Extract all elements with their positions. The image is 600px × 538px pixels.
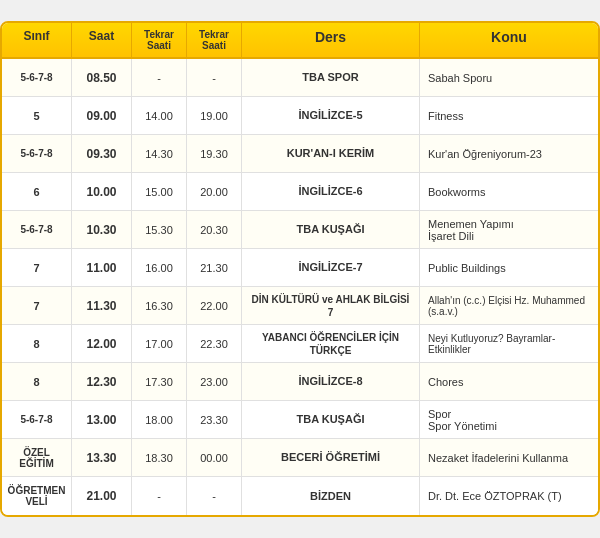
cell-tekrar1: -	[132, 59, 187, 96]
table-row: 509.0014.0019.00İNGİLİZCE-5Fitness	[2, 97, 598, 135]
cell-sinif: 5	[2, 97, 72, 134]
cell-ders: KUR'AN-I KERİM	[242, 135, 420, 172]
cell-tekrar2: -	[187, 477, 242, 515]
header-tekrar2: Tekrar Saati	[187, 23, 242, 57]
table-row: 711.3016.3022.00DİN KÜLTÜRÜ ve AHLAK BİL…	[2, 287, 598, 325]
cell-sinif: ÖZEL EĞİTİM	[2, 439, 72, 476]
cell-sinif: 6	[2, 173, 72, 210]
cell-tekrar1: 14.30	[132, 135, 187, 172]
cell-saat: 13.30	[72, 439, 132, 476]
cell-ders: DİN KÜLTÜRÜ ve AHLAK BİLGİSİ 7	[242, 287, 420, 324]
cell-tekrar2: 20.30	[187, 211, 242, 248]
cell-sinif: 7	[2, 249, 72, 286]
cell-ders: İNGİLİZCE-7	[242, 249, 420, 286]
cell-ders: TBA KUŞAĞI	[242, 401, 420, 438]
cell-tekrar1: 14.00	[132, 97, 187, 134]
cell-saat: 10.30	[72, 211, 132, 248]
cell-ders: TBA SPOR	[242, 59, 420, 96]
table-row: 812.0017.0022.30YABANCI ÖĞRENCİLER İÇİN …	[2, 325, 598, 363]
table-row: 5-6-7-810.3015.3020.30TBA KUŞAĞIMenemen …	[2, 211, 598, 249]
cell-saat: 10.00	[72, 173, 132, 210]
cell-ders: İNGİLİZCE-6	[242, 173, 420, 210]
cell-konu: Fitness	[420, 97, 598, 134]
cell-konu: Dr. Dt. Ece ÖZTOPRAK (T)	[420, 477, 598, 515]
cell-saat: 11.00	[72, 249, 132, 286]
cell-konu: Chores	[420, 363, 598, 400]
cell-sinif: 7	[2, 287, 72, 324]
header-ders: Ders	[242, 23, 420, 57]
cell-saat: 11.30	[72, 287, 132, 324]
table-row: ÖZEL EĞİTİM13.3018.3000.00BECERİ ÖĞRETİM…	[2, 439, 598, 477]
cell-tekrar1: 17.00	[132, 325, 187, 362]
table-row: 5-6-7-809.3014.3019.30KUR'AN-I KERİMKur'…	[2, 135, 598, 173]
cell-konu: SporSpor Yönetimi	[420, 401, 598, 438]
table-row: ÖĞRETMEN VELİ21.00--BİZDENDr. Dt. Ece ÖZ…	[2, 477, 598, 515]
cell-sinif: 8	[2, 363, 72, 400]
cell-tekrar1: 15.00	[132, 173, 187, 210]
cell-konu: Public Buildings	[420, 249, 598, 286]
cell-konu: Nezaket İfadelerini Kullanma	[420, 439, 598, 476]
table-row: 5-6-7-813.0018.0023.30TBA KUŞAĞISporSpor…	[2, 401, 598, 439]
cell-konu: Neyi Kutluyoruz? Bayramlar-Etkinlikler	[420, 325, 598, 362]
cell-tekrar1: 15.30	[132, 211, 187, 248]
cell-sinif: 5-6-7-8	[2, 135, 72, 172]
cell-saat: 21.00	[72, 477, 132, 515]
cell-ders: BİZDEN	[242, 477, 420, 515]
cell-saat: 08.50	[72, 59, 132, 96]
cell-tekrar2: 23.30	[187, 401, 242, 438]
cell-konu: Kur'an Öğreniyorum-23	[420, 135, 598, 172]
cell-tekrar2: -	[187, 59, 242, 96]
cell-tekrar2: 23.00	[187, 363, 242, 400]
cell-saat: 09.00	[72, 97, 132, 134]
cell-sinif: ÖĞRETMEN VELİ	[2, 477, 72, 515]
cell-ders: İNGİLİZCE-5	[242, 97, 420, 134]
table-row: 812.3017.3023.00İNGİLİZCE-8Chores	[2, 363, 598, 401]
cell-tekrar2: 22.30	[187, 325, 242, 362]
cell-tekrar2: 21.30	[187, 249, 242, 286]
cell-tekrar1: 16.00	[132, 249, 187, 286]
header-tekrar1: Tekrar Saati	[132, 23, 187, 57]
cell-ders: YABANCI ÖĞRENCİLER İÇİN TÜRKÇE	[242, 325, 420, 362]
cell-tekrar1: 18.00	[132, 401, 187, 438]
header-sinif: Sınıf	[2, 23, 72, 57]
cell-tekrar1: 18.30	[132, 439, 187, 476]
cell-tekrar2: 22.00	[187, 287, 242, 324]
cell-tekrar2: 19.00	[187, 97, 242, 134]
cell-saat: 09.30	[72, 135, 132, 172]
cell-ders: BECERİ ÖĞRETİMİ	[242, 439, 420, 476]
header-konu: Konu	[420, 23, 598, 57]
cell-sinif: 5-6-7-8	[2, 211, 72, 248]
cell-tekrar2: 20.00	[187, 173, 242, 210]
cell-konu: Allah'ın (c.c.) Elçisi Hz. Muhammed (s.a…	[420, 287, 598, 324]
cell-saat: 12.30	[72, 363, 132, 400]
table-row: 711.0016.0021.30İNGİLİZCE-7Public Buildi…	[2, 249, 598, 287]
cell-saat: 13.00	[72, 401, 132, 438]
cell-sinif: 8	[2, 325, 72, 362]
cell-tekrar2: 19.30	[187, 135, 242, 172]
cell-ders: İNGİLİZCE-8	[242, 363, 420, 400]
cell-konu: Menemen Yapımıİşaret Dili	[420, 211, 598, 248]
schedule-table: Sınıf Saat Tekrar Saati Tekrar Saati Der…	[0, 21, 600, 517]
table-header: Sınıf Saat Tekrar Saati Tekrar Saati Der…	[2, 23, 598, 59]
cell-tekrar2: 00.00	[187, 439, 242, 476]
cell-konu: Sabah Sporu	[420, 59, 598, 96]
table-body: 5-6-7-808.50--TBA SPORSabah Sporu509.001…	[2, 59, 598, 515]
cell-ders: TBA KUŞAĞI	[242, 211, 420, 248]
cell-saat: 12.00	[72, 325, 132, 362]
cell-konu: Bookworms	[420, 173, 598, 210]
cell-tekrar1: 16.30	[132, 287, 187, 324]
cell-tekrar1: -	[132, 477, 187, 515]
table-row: 610.0015.0020.00İNGİLİZCE-6Bookworms	[2, 173, 598, 211]
header-saat: Saat	[72, 23, 132, 57]
cell-sinif: 5-6-7-8	[2, 59, 72, 96]
cell-sinif: 5-6-7-8	[2, 401, 72, 438]
table-row: 5-6-7-808.50--TBA SPORSabah Sporu	[2, 59, 598, 97]
cell-tekrar1: 17.30	[132, 363, 187, 400]
